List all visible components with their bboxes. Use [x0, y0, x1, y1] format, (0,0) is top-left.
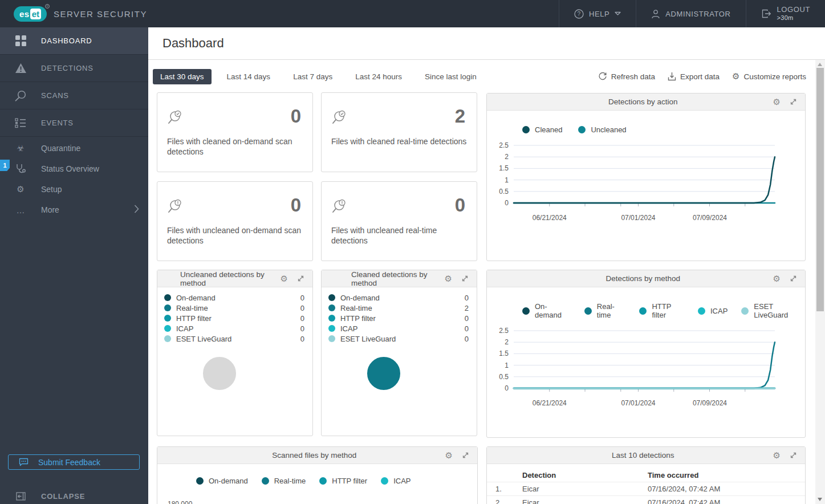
warning-triangle-icon [0, 63, 41, 74]
logout-button[interactable]: LOGOUT >30m [746, 0, 825, 27]
method-row[interactable]: HTTP filter0 [328, 313, 469, 323]
panel-uncleaned-detections-by-method: Uncleaned detections by method ⚙ On-dema… [157, 270, 313, 436]
row-index: 2. [487, 496, 522, 504]
method-value: 0 [300, 324, 304, 333]
summary-card-uncleaned-real-time[interactable]: 0 Files with uncleaned real-time detecti… [321, 181, 477, 261]
user-menu[interactable]: ADMINISTRATOR [636, 0, 745, 27]
sidebar-item-scans[interactable]: SCANS [0, 82, 148, 109]
legend-dot [741, 307, 749, 315]
method-row[interactable]: HTTP filter0 [164, 313, 304, 323]
method-row[interactable]: ESET LiveGuard0 [164, 334, 304, 344]
tab-since-last-login[interactable]: Since last login [417, 69, 484, 84]
column-header-detection: Detection [522, 469, 648, 482]
legend-item[interactable]: ESET LiveGuard [741, 302, 805, 319]
svg-text:06/21/2024: 06/21/2024 [533, 399, 567, 407]
method-row[interactable]: On-demand0 [164, 292, 304, 303]
method-value: 0 [300, 335, 304, 343]
top-bar: es et ® SERVER SECURITY ? HELP ADMINISTR… [0, 0, 825, 27]
chart-legend: On-demand Real-time HTTP filter ICAP [157, 477, 477, 485]
collapse-button[interactable]: COLLAPSE [0, 486, 148, 504]
legend-label: ICAP [710, 307, 728, 315]
legend-label: Uncleaned [591, 125, 626, 134]
vertical-scrollbar[interactable] [815, 60, 825, 504]
svg-text:0.5: 0.5 [499, 373, 509, 381]
summary-card-cleaned-on-demand[interactable]: 0 Files with cleaned on-demand scan dete… [157, 92, 313, 172]
gear-icon[interactable]: ⚙ [773, 274, 781, 283]
help-icon: ? [574, 9, 584, 19]
gear-icon[interactable]: ⚙ [281, 274, 288, 283]
legend-dot [196, 477, 204, 485]
scroll-up-arrow-icon[interactable] [818, 63, 822, 66]
sidebar-item-more[interactable]: … More [0, 200, 148, 220]
method-row[interactable]: On-demand0 [328, 292, 469, 303]
method-row[interactable]: Real-time2 [328, 303, 469, 313]
summary-card-uncleaned-on-demand[interactable]: 0 Files with uncleaned on-demand scan de… [157, 181, 313, 261]
method-row[interactable]: ESET LiveGuard0 [328, 334, 469, 344]
expand-icon[interactable] [789, 274, 798, 283]
legend-item[interactable]: HTTP filter [639, 302, 684, 319]
logout-timer: >30m [777, 14, 811, 22]
table-row[interactable]: 1. Eicar 07/16/2024, 07:42 AM [487, 482, 805, 496]
summary-card-cleaned-real-time[interactable]: 2 Files with cleaned real-time detection… [321, 92, 477, 172]
method-row[interactable]: Real-time0 [164, 303, 304, 313]
sidebar-item-events[interactable]: EVENTS [0, 109, 148, 137]
scroll-down-arrow-icon[interactable] [818, 498, 822, 501]
sidebar-item-quarantine[interactable]: ☣ Quarantine [0, 138, 148, 158]
tab-last-14-days[interactable]: Last 14 days [220, 69, 278, 84]
expand-icon[interactable] [789, 451, 798, 460]
legend-dot [164, 294, 171, 301]
sidebar-item-dashboard[interactable]: DASHBOARD [0, 27, 148, 55]
tab-last-7-days[interactable]: Last 7 days [286, 69, 340, 84]
method-row[interactable]: ICAP0 [164, 323, 304, 334]
legend-item[interactable]: Real-time [262, 477, 306, 485]
gear-icon[interactable]: ⚙ [445, 274, 452, 283]
expand-icon[interactable] [789, 97, 798, 106]
legend-item[interactable]: Uncleaned [578, 125, 626, 134]
method-label: ESET LiveGuard [176, 335, 231, 343]
legend-item[interactable]: Real-time [584, 302, 626, 319]
panel-detections-by-action: Detections by action ⚙ Cleaned Uncleaned… [486, 93, 806, 261]
magnifier-check-icon [331, 110, 347, 128]
table-row[interactable]: 2. Eicar 07/16/2024, 07:42 AM [487, 496, 805, 504]
tab-last-30-days[interactable]: Last 30 days [153, 69, 212, 84]
legend-item[interactable]: ICAP [698, 307, 728, 315]
legend-item[interactable]: HTTP filter [319, 477, 367, 485]
magnifier-alert-icon [331, 199, 347, 217]
svg-text:2.5: 2.5 [499, 327, 509, 335]
legend-dot [578, 126, 586, 133]
expand-icon[interactable] [461, 274, 469, 283]
sidebar-item-status-overview[interactable]: 1 Status Overview [0, 158, 148, 179]
method-legend-list: On-demand0 Real-time2 HTTP filter0 ICAP0… [322, 287, 477, 344]
gear-icon[interactable]: ⚙ [445, 451, 453, 460]
summary-value: 0 [455, 194, 465, 216]
legend-item[interactable]: On-demand [522, 302, 571, 319]
customize-reports-button[interactable]: ⚙ Customize reports [732, 71, 806, 82]
legend-item[interactable]: Cleaned [522, 125, 562, 134]
expand-icon[interactable] [296, 274, 305, 283]
help-menu[interactable]: ? HELP [559, 0, 636, 27]
panel-detections-by-method: Detections by method ⚙ On-demand Real-ti… [486, 270, 806, 438]
biohazard-icon: ☣ [0, 143, 41, 153]
sidebar-item-detections[interactable]: DETECTIONS [0, 55, 148, 82]
sidebar-item-setup[interactable]: ⚙ Setup [0, 179, 148, 200]
method-label: ESET LiveGuard [340, 335, 396, 343]
gear-icon[interactable]: ⚙ [773, 451, 781, 460]
legend-dot [328, 294, 335, 301]
summary-label: Files with uncleaned on-demand scan dete… [167, 225, 303, 246]
scrollbar-thumb[interactable] [816, 68, 824, 311]
method-row[interactable]: ICAP0 [328, 323, 469, 334]
gear-icon[interactable]: ⚙ [773, 97, 781, 106]
expand-icon[interactable] [461, 451, 470, 460]
submit-feedback-button[interactable]: Submit Feedback [8, 454, 140, 470]
refresh-data-button[interactable]: Refresh data [598, 72, 655, 81]
panel-title: Uncleaned detections by method [157, 270, 281, 287]
export-data-button[interactable]: Export data [668, 72, 720, 81]
legend-label: HTTP filter [332, 477, 367, 485]
svg-text:2: 2 [505, 153, 509, 161]
refresh-icon [598, 72, 607, 81]
tab-last-24-hours[interactable]: Last 24 hours [348, 69, 409, 84]
panel-scanned-files-by-method: Scanned files by method ⚙ On-demand Real… [157, 446, 478, 504]
detection-name: Eicar [522, 482, 648, 496]
legend-item[interactable]: On-demand [196, 477, 248, 485]
legend-item[interactable]: ICAP [381, 477, 411, 485]
